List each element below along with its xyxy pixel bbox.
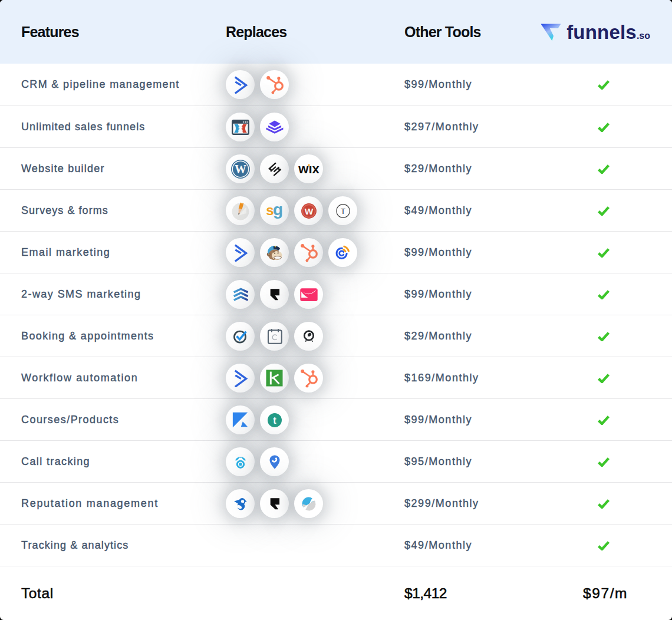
svg-text:W: W (235, 162, 246, 175)
svg-text:W: W (304, 206, 313, 216)
svg-text:wıx: wıx (298, 161, 319, 176)
svg-text:t: t (273, 414, 276, 425)
svg-text:T: T (341, 207, 345, 216)
svg-text:g: g (272, 201, 282, 219)
